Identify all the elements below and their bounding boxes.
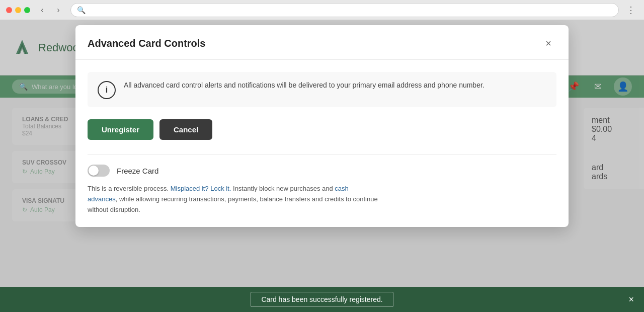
info-notice: i All advanced card control alerts and n… bbox=[88, 72, 556, 107]
address-bar[interactable]: 🔍 bbox=[70, 3, 619, 17]
freeze-card-toggle[interactable] bbox=[88, 165, 110, 177]
browser-chrome: ‹ › 🔍 ⋮ bbox=[0, 0, 644, 20]
advanced-card-controls-modal: Advanced Card Controls × i All advanced … bbox=[75, 25, 569, 227]
forward-button[interactable]: › bbox=[51, 3, 65, 17]
misplaced-link[interactable]: Misplaced it? Lock it. bbox=[171, 185, 231, 192]
modal-close-button[interactable]: × bbox=[540, 35, 556, 51]
nav-buttons: ‹ › bbox=[35, 3, 65, 17]
freeze-section: Freeze Card This is a reversible process… bbox=[88, 154, 556, 215]
freeze-description: This is a reversible process. Misplaced … bbox=[88, 184, 379, 215]
modal-body: i All advanced card control alerts and n… bbox=[75, 60, 569, 227]
info-text: All advanced card control alerts and not… bbox=[124, 80, 485, 91]
traffic-light-green[interactable] bbox=[24, 7, 30, 13]
button-row: Unregister Cancel bbox=[88, 119, 556, 140]
toast-message: Card has been successfully registered. bbox=[251, 292, 393, 307]
cancel-button[interactable]: Cancel bbox=[159, 119, 212, 140]
modal-header: Advanced Card Controls × bbox=[75, 25, 569, 60]
freeze-row: Freeze Card bbox=[88, 165, 556, 177]
freeze-card-label: Freeze Card bbox=[117, 167, 158, 175]
unregister-button[interactable]: Unregister bbox=[88, 119, 153, 140]
traffic-lights bbox=[6, 7, 30, 13]
more-button[interactable]: ⋮ bbox=[624, 3, 638, 17]
modal-title: Advanced Card Controls bbox=[88, 38, 205, 49]
toast-close-button[interactable]: × bbox=[628, 294, 634, 305]
toast-notification: Card has been successfully registered. × bbox=[0, 287, 644, 312]
modal-overlay: Advanced Card Controls × i All advanced … bbox=[0, 20, 644, 312]
toggle-knob bbox=[89, 166, 99, 176]
page-background: Redwood Credit Union 🔍 View my Move Use … bbox=[0, 20, 644, 312]
back-button[interactable]: ‹ bbox=[35, 3, 49, 17]
traffic-light-red[interactable] bbox=[6, 7, 12, 13]
search-icon: 🔍 bbox=[77, 6, 86, 14]
info-icon: i bbox=[98, 81, 116, 99]
traffic-light-yellow[interactable] bbox=[15, 7, 21, 13]
